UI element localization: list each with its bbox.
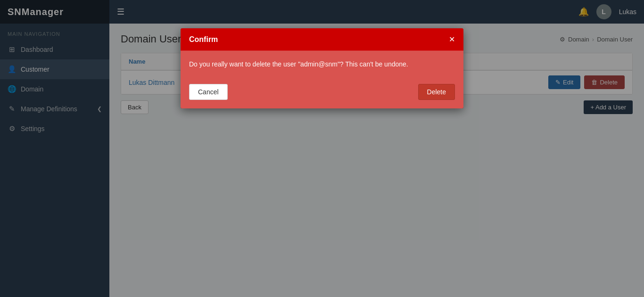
modal-overlay: Confirm ✕ Do you really want to delete t…: [0, 0, 644, 297]
confirm-modal: Confirm ✕ Do you really want to delete t…: [181, 28, 463, 108]
modal-close-button[interactable]: ✕: [449, 35, 455, 44]
modal-title: Confirm: [189, 35, 218, 44]
modal-header: Confirm ✕: [181, 28, 463, 51]
modal-footer: Cancel Delete: [181, 79, 463, 108]
modal-body: Do you really want to delete the user "a…: [181, 51, 463, 79]
modal-cancel-button[interactable]: Cancel: [189, 84, 228, 100]
modal-message: Do you really want to delete the user "a…: [189, 60, 408, 68]
modal-delete-button[interactable]: Delete: [418, 84, 455, 100]
